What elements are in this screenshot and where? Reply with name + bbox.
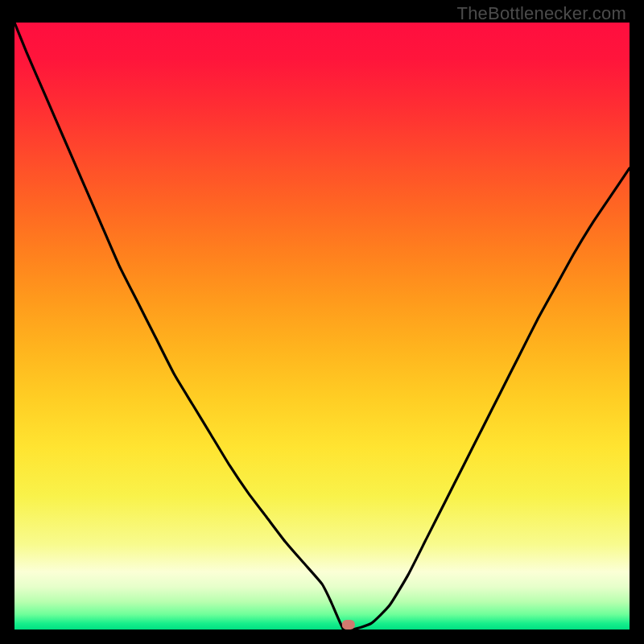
curve-path [14,23,630,630]
optimum-marker [342,620,355,630]
chart-frame: TheBottlenecker.com [0,0,644,644]
plot-area [14,23,630,630]
bottleneck-curve [14,23,630,630]
watermark-text: TheBottlenecker.com [457,3,626,24]
